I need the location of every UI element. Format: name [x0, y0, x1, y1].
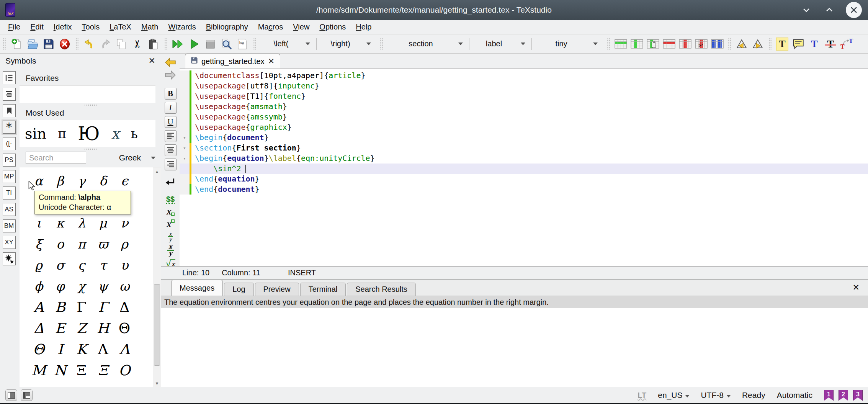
- favorites-list[interactable]: [20, 85, 155, 103]
- greek-symbol[interactable]: κ: [49, 213, 71, 234]
- greek-symbol[interactable]: δ: [92, 170, 114, 191]
- menu-tools[interactable]: Tools: [77, 21, 105, 33]
- combo-tiny[interactable]: tiny: [532, 36, 604, 52]
- align-center-button[interactable]: [164, 144, 177, 156]
- toolbar-drag-handle[interactable]: [253, 38, 256, 50]
- code-line[interactable]: \end{equation}: [180, 174, 868, 184]
- greek-symbol[interactable]: Γ: [92, 297, 114, 318]
- line-ending-select[interactable]: Automatic: [777, 391, 812, 400]
- menu-view[interactable]: View: [288, 21, 314, 33]
- align-columns-button[interactable]: [709, 36, 725, 52]
- minimize-button[interactable]: [800, 3, 813, 16]
- forward-button[interactable]: [164, 70, 177, 80]
- code-line[interactable]: ▾\begin{document}: [180, 132, 868, 143]
- back-button[interactable]: [164, 57, 177, 67]
- spellcheck-language-select[interactable]: en_US: [658, 391, 689, 400]
- paste-button[interactable]: [145, 36, 162, 52]
- most-used-symbol[interactable]: Ю: [78, 123, 100, 144]
- side-tab-structure[interactable]: [3, 71, 16, 84]
- menu-bibliography[interactable]: Bibliography: [201, 21, 253, 33]
- fraction-button[interactable]: xy: [164, 244, 177, 256]
- greek-symbol[interactable]: Δ: [28, 318, 49, 339]
- line-break-button[interactable]: [164, 178, 177, 188]
- greek-symbol[interactable]: O: [114, 360, 135, 381]
- greek-symbol[interactable]: ς: [71, 255, 92, 276]
- symbols-panel-close-icon[interactable]: ✕: [149, 56, 155, 66]
- menu-edit[interactable]: Edit: [25, 21, 48, 33]
- side-tab-mp-symbols[interactable]: MP: [3, 170, 16, 183]
- editor-tab[interactable]: getting_started.tex ✕: [185, 54, 280, 69]
- text-color-button[interactable]: T: [806, 36, 822, 52]
- toggle-bottom-panel-button[interactable]: [21, 389, 33, 401]
- greek-symbol[interactable]: M: [28, 360, 49, 381]
- next-change-button[interactable]: [750, 36, 766, 52]
- code-line[interactable]: \usepackage[utf8]{inputenc}: [180, 81, 868, 91]
- inline-math-button[interactable]: $$: [164, 195, 177, 204]
- side-tab-misc-symbols[interactable]: [3, 252, 16, 265]
- code-line[interactable]: \documentclass[10pt,a4paper]{article}: [180, 70, 868, 81]
- fold-marker-icon[interactable]: ▾: [180, 143, 190, 153]
- code-line[interactable]: \sin^2: [180, 164, 868, 174]
- bold-button[interactable]: B: [164, 88, 177, 99]
- menu-options[interactable]: Options: [314, 21, 351, 33]
- output-tab-messages[interactable]: Messages: [171, 280, 223, 296]
- view-pdf-button[interactable]: [218, 36, 234, 52]
- fold-marker-icon[interactable]: ▾: [180, 153, 190, 164]
- menu-idefix[interactable]: Idefix: [49, 21, 77, 33]
- greek-symbol[interactable]: γ: [71, 170, 92, 191]
- output-tab-preview[interactable]: Preview: [255, 283, 299, 296]
- menu-macros[interactable]: Macros: [253, 21, 288, 33]
- greek-symbol[interactable]: φ: [49, 276, 71, 297]
- side-tab-ti-symbols[interactable]: TI: [3, 186, 16, 200]
- toolbar-drag-handle[interactable]: [164, 38, 167, 50]
- menu-wizards[interactable]: Wizards: [163, 21, 201, 33]
- fraction-small-button[interactable]: xy: [164, 232, 177, 242]
- greek-symbol[interactable]: χ: [71, 276, 92, 297]
- greek-symbol[interactable]: ω: [114, 276, 135, 297]
- greek-symbol[interactable]: E: [49, 318, 71, 339]
- bookmark-3-button[interactable]: 3: [853, 390, 863, 401]
- greek-symbol[interactable]: ϱ: [28, 255, 49, 276]
- bookmark-1-button[interactable]: 1: [824, 390, 834, 401]
- close-window-button[interactable]: [846, 2, 862, 18]
- align-left-button[interactable]: [164, 130, 177, 142]
- combo-label[interactable]: label: [469, 36, 531, 52]
- stop-button[interactable]: [202, 36, 218, 52]
- side-tab-as-symbols[interactable]: AS: [3, 203, 16, 216]
- menu-file[interactable]: File: [3, 21, 25, 33]
- add-column-button[interactable]: [629, 36, 645, 52]
- fold-marker-icon[interactable]: ▾: [180, 132, 190, 143]
- strikeout-button[interactable]: T: [822, 36, 839, 52]
- output-tab-terminal[interactable]: Terminal: [300, 283, 346, 296]
- editor-tab-close-icon[interactable]: ✕: [268, 57, 275, 66]
- scrollbar-thumb[interactable]: [154, 284, 160, 366]
- greek-symbol[interactable]: Δ: [114, 297, 135, 318]
- most-used-symbol[interactable]: п: [58, 126, 66, 141]
- view-button[interactable]: [186, 36, 202, 52]
- toolbar-drag-handle[interactable]: [607, 38, 610, 50]
- most-used-symbol[interactable]: sin: [25, 125, 46, 142]
- code-line[interactable]: \end{document}: [180, 184, 868, 195]
- highlight-button[interactable]: T: [774, 36, 790, 52]
- splitter-handle[interactable]: [20, 103, 161, 107]
- message-row[interactable]: The equation environment centres your eq…: [161, 296, 868, 308]
- comment-button[interactable]: [790, 36, 806, 52]
- greek-symbol[interactable]: ν: [114, 213, 135, 234]
- greek-symbol[interactable]: Ξ: [71, 360, 92, 381]
- code-line[interactable]: \usepackage{graphicx}: [180, 122, 868, 132]
- cut-button[interactable]: ✂: [129, 36, 145, 52]
- bookmark-2-button[interactable]: 2: [839, 390, 848, 401]
- cut-column-button[interactable]: ✂: [693, 36, 709, 52]
- greek-symbol[interactable]: Ξ: [92, 360, 114, 381]
- greek-symbol[interactable]: ξ: [28, 234, 49, 255]
- toolbar-drag-handle[interactable]: [75, 38, 78, 50]
- combo-right[interactable]: \right): [317, 36, 377, 52]
- greek-symbol[interactable]: K: [71, 339, 92, 360]
- languagetool-status-icon[interactable]: LT: [638, 391, 646, 400]
- code-line[interactable]: ▾\begin{equation}\label{eqn:unityCircle}: [180, 153, 868, 164]
- view-log-button[interactable]: log: [234, 36, 250, 52]
- greek-symbol[interactable]: N: [49, 360, 71, 381]
- undo-button[interactable]: [81, 36, 97, 52]
- output-tab-log[interactable]: Log: [224, 283, 253, 296]
- close-file-button[interactable]: [57, 36, 73, 52]
